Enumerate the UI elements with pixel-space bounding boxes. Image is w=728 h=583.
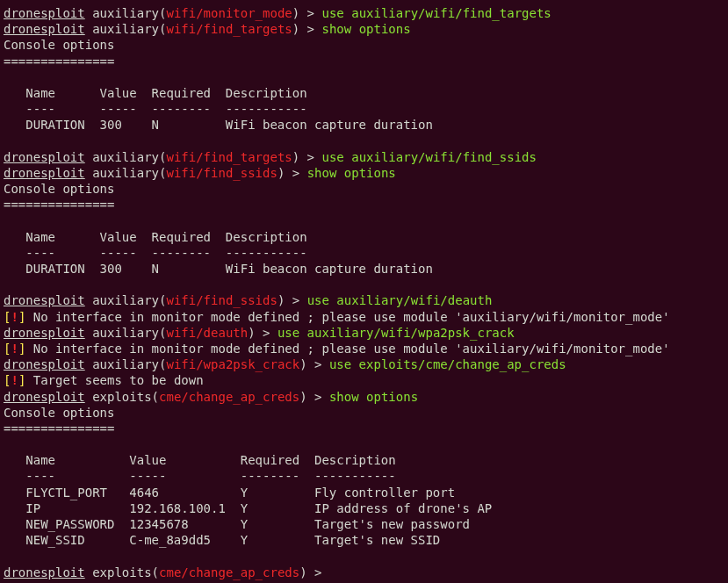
table-divider: ---- ----- -------- ----------- <box>4 468 724 484</box>
warning-text: No interface in monitor mode defined ; p… <box>25 310 669 324</box>
prompt-line[interactable]: dronesploit exploits(cme/change_ap_creds… <box>4 565 724 580</box>
command: use auxiliary/wifi/wpa2psk_crack <box>278 326 515 340</box>
module-name: wifi/find_ssids <box>166 293 277 307</box>
warning-line: [!] No interface in monitor mode defined… <box>4 341 724 356</box>
section-title: Console options <box>4 181 724 197</box>
table-row: IP 192.168.100.1 Y IP address of drone's… <box>4 500 724 516</box>
warning-text: No interface in monitor mode defined ; p… <box>25 342 669 356</box>
table-row: NEW_SSID C-me_8a9dd5 Y Target's new SSID <box>4 532 724 548</box>
command: show options <box>329 390 418 404</box>
table-row: NEW_PASSWORD 12345678 Y Target's new pas… <box>4 516 724 532</box>
warning-icon: ! <box>11 373 18 387</box>
table-divider: ---- ----- -------- ----------- <box>4 101 724 117</box>
command: show options <box>307 166 396 180</box>
program-name: dronesploit <box>4 565 85 579</box>
warning-icon: ! <box>11 342 18 356</box>
program-name: dronesploit <box>4 166 85 180</box>
prompt-line: dronesploit auxiliary(wifi/find_ssids) >… <box>4 292 724 308</box>
module-name: wifi/deauth <box>166 326 248 340</box>
prompt-line: dronesploit auxiliary(wifi/find_targets)… <box>4 21 724 37</box>
prompt-line: dronesploit auxiliary(wifi/find_targets)… <box>4 149 724 165</box>
program-name: dronesploit <box>4 150 85 164</box>
module-name: cme/change_ap_creds <box>159 390 299 404</box>
section-separator: =============== <box>4 54 724 69</box>
prompt-line: dronesploit auxiliary(wifi/wpa2psk_crack… <box>4 356 724 372</box>
module-name: wifi/find_ssids <box>166 166 277 180</box>
table-header: Name Value Required Description <box>4 229 724 245</box>
prompt-line: dronesploit auxiliary(wifi/monitor_mode)… <box>4 5 724 21</box>
command: use auxiliary/wifi/deauth <box>307 293 493 307</box>
table-header: Name Value Required Description <box>4 452 724 468</box>
command: use exploits/cme/change_ap_creds <box>329 357 566 371</box>
warning-icon: ! <box>11 310 18 324</box>
warning-line: [!] Target seems to be down <box>4 372 724 388</box>
table-header: Name Value Required Description <box>4 85 724 101</box>
command: show options <box>321 22 410 36</box>
module-name: cme/change_ap_creds <box>159 565 299 579</box>
section-separator: =============== <box>4 421 724 436</box>
warning-text: Target seems to be down <box>25 373 203 387</box>
prompt-line: dronesploit exploits(cme/change_ap_creds… <box>4 389 724 405</box>
table-row: DURATION 300 N WiFi beacon capture durat… <box>4 261 724 277</box>
prompt-line: dronesploit auxiliary(wifi/find_ssids) >… <box>4 165 724 181</box>
program-name: dronesploit <box>4 326 85 340</box>
command: use auxiliary/wifi/find_targets <box>321 6 551 20</box>
prompt-line: dronesploit auxiliary(wifi/deauth) > use… <box>4 325 724 341</box>
section-separator: =============== <box>4 197 724 212</box>
warning-line: [!] No interface in monitor mode defined… <box>4 309 724 325</box>
section-title: Console options <box>4 405 724 421</box>
program-name: dronesploit <box>4 6 85 20</box>
section-title: Console options <box>4 37 724 53</box>
module-name: wifi/wpa2psk_crack <box>166 357 299 371</box>
program-name: dronesploit <box>4 293 85 307</box>
command: use auxiliary/wifi/find_ssids <box>321 150 536 164</box>
table-row: DURATION 300 N WiFi beacon capture durat… <box>4 117 724 133</box>
table-divider: ---- ----- -------- ----------- <box>4 245 724 261</box>
program-name: dronesploit <box>4 390 85 404</box>
table-row: FLYCTL_PORT 4646 Y Fly controller port <box>4 485 724 500</box>
program-name: dronesploit <box>4 22 85 36</box>
module-name: wifi/find_targets <box>166 150 292 164</box>
module-name: wifi/monitor_mode <box>166 6 292 20</box>
module-name: wifi/find_targets <box>166 22 292 36</box>
program-name: dronesploit <box>4 357 85 371</box>
